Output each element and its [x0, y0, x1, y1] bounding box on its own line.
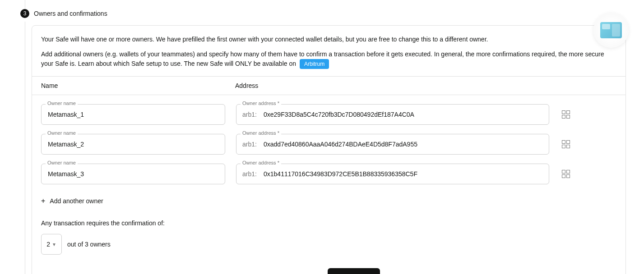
confirmation-row: 2 ▼ out of 3 owners [41, 234, 616, 255]
back-button[interactable]: Back [278, 268, 319, 274]
owner-address-field: Owner address * arb1: [236, 104, 549, 125]
owner-row-actions [560, 168, 584, 180]
owner-address-input[interactable] [236, 104, 549, 125]
column-header-address: Address [235, 82, 616, 89]
plus-icon: + [41, 197, 45, 205]
qr-icon [562, 170, 570, 178]
owner-address-label: Owner address * [241, 100, 281, 106]
add-owner-label: Add another owner [50, 197, 103, 205]
chevron-down-icon: ▼ [52, 242, 56, 247]
qr-icon [562, 110, 570, 119]
column-header-name: Name [41, 82, 235, 89]
owner-name-field: Owner name [41, 104, 225, 125]
content-panel: Your Safe will have one or more owners. … [32, 25, 626, 274]
qr-scan-button[interactable] [560, 109, 572, 120]
owner-name-label: Owner name [46, 160, 78, 165]
step-number-badge: 3 [20, 9, 29, 18]
owner-address-label: Owner address * [241, 130, 281, 136]
owner-name-input[interactable] [41, 164, 225, 184]
owner-name-label: Owner name [46, 100, 78, 106]
qr-scan-button[interactable] [560, 168, 572, 180]
owner-address-label: Owner address * [241, 160, 281, 165]
button-row: Back Continue [41, 268, 616, 274]
owner-address-input[interactable] [236, 164, 549, 184]
owner-address-field: Owner address * arb1: [236, 164, 549, 184]
owner-row: Owner name Owner address * arb1: [41, 104, 616, 125]
help-widget-icon [600, 22, 622, 38]
owner-name-label: Owner name [46, 130, 78, 136]
step-title: Owners and confirmations [34, 10, 107, 17]
owner-row-actions [560, 138, 584, 150]
address-prefix: arb1: [242, 141, 257, 148]
address-prefix: arb1: [242, 111, 257, 118]
chain-badge: Arbitrum [300, 59, 329, 69]
continue-button[interactable]: Continue [328, 268, 380, 274]
owner-address-input[interactable] [236, 134, 549, 155]
qr-icon [562, 140, 570, 148]
owner-name-field: Owner name [41, 164, 225, 184]
owner-name-input[interactable] [41, 104, 225, 125]
owner-row: Owner name Owner address * arb1: [41, 164, 616, 184]
confirmations-value: 2 [46, 241, 50, 248]
qr-scan-button[interactable] [560, 138, 572, 150]
description-line-1: Your Safe will have one or more owners. … [41, 35, 616, 44]
add-owner-button[interactable]: + Add another owner [41, 193, 103, 209]
owner-address-field: Owner address * arb1: [236, 134, 549, 155]
owners-table-header: Name Address [32, 76, 625, 95]
step-header: 3 Owners and confirmations [20, 9, 626, 18]
description-line-2: Add additional owners (e.g. wallets of y… [41, 50, 616, 69]
confirmation-requirement-text: Any transaction requires the confirmatio… [41, 219, 616, 227]
confirmations-select[interactable]: 2 ▼ [41, 234, 62, 255]
owner-name-input[interactable] [41, 134, 225, 155]
help-widget[interactable] [593, 13, 629, 48]
owner-row: Owner name Owner address * arb1: [41, 134, 616, 155]
delete-owner-button[interactable] [581, 169, 584, 179]
owner-name-field: Owner name [41, 134, 225, 155]
delete-owner-button[interactable] [581, 139, 584, 150]
owner-row-actions [560, 109, 572, 120]
address-prefix: arb1: [242, 170, 257, 178]
owners-count-text: out of 3 owners [67, 241, 111, 248]
